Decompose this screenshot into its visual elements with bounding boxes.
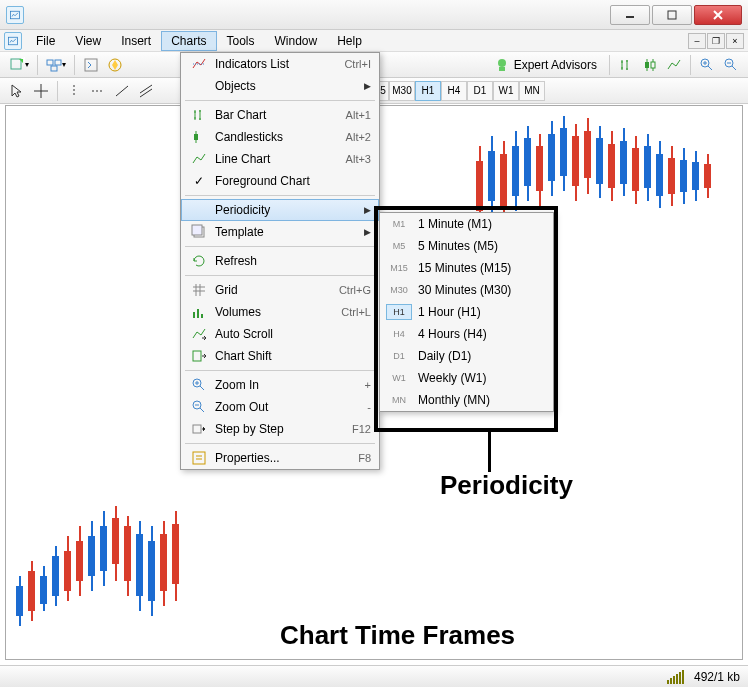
menu-item-grid[interactable]: GridCtrl+G: [181, 279, 379, 301]
navigator-button[interactable]: [104, 54, 126, 76]
candlestick: [692, 106, 699, 659]
timeframe-h1[interactable]: H1: [415, 81, 441, 101]
menu-item-volumes[interactable]: VolumesCtrl+L: [181, 301, 379, 323]
timeframe-badge: D1: [386, 348, 412, 364]
step-icon: [189, 421, 209, 437]
menu-item-label: Indicators List: [215, 57, 344, 71]
channel-button[interactable]: [135, 80, 157, 102]
menu-item-label: Zoom In: [215, 378, 365, 392]
menu-item-auto-scroll[interactable]: Auto Scroll: [181, 323, 379, 345]
crosshair-button[interactable]: [30, 80, 52, 102]
menu-tools[interactable]: Tools: [217, 31, 265, 51]
menu-item-bar-chart[interactable]: Bar ChartAlt+1: [181, 104, 379, 126]
menu-item-indicators-list[interactable]: Indicators ListCtrl+I: [181, 53, 379, 75]
close-button[interactable]: [694, 5, 742, 25]
expert-advisors-button[interactable]: Expert Advisors: [487, 54, 604, 76]
trendline-button[interactable]: [111, 80, 133, 102]
blank-icon: ✓: [189, 173, 209, 189]
hline-button[interactable]: [87, 80, 109, 102]
menu-file[interactable]: File: [26, 31, 65, 51]
timeframe-h4[interactable]: H4: [441, 81, 467, 101]
menu-charts[interactable]: Charts: [161, 31, 216, 51]
svg-rect-21: [197, 309, 199, 318]
profiles-button[interactable]: ▾: [43, 54, 69, 76]
candlestick: [608, 106, 615, 659]
timeframe-badge: W1: [386, 370, 412, 386]
periodicity-m30[interactable]: M3030 Minutes (M30): [380, 279, 553, 301]
zoom-out-button[interactable]: [720, 54, 742, 76]
blank-icon: [189, 78, 209, 94]
svg-rect-23: [193, 351, 201, 361]
menu-shortcut: F8: [358, 452, 371, 464]
mdi-minimize[interactable]: –: [688, 33, 706, 49]
candlestick: [596, 106, 603, 659]
menu-window[interactable]: Window: [265, 31, 328, 51]
menu-item-chart-shift[interactable]: Chart Shift: [181, 345, 379, 367]
menu-insert[interactable]: Insert: [111, 31, 161, 51]
timeframe-d1[interactable]: D1: [467, 81, 493, 101]
timeframe-label: 30 Minutes (M30): [418, 283, 511, 297]
timeframe-mn[interactable]: MN: [519, 81, 545, 101]
menu-item-label: Foreground Chart: [215, 174, 371, 188]
maximize-button[interactable]: [652, 5, 692, 25]
timeframe-badge: MN: [386, 392, 412, 408]
new-chart-button[interactable]: +▾: [6, 54, 32, 76]
periodicity-w1[interactable]: W1Weekly (W1): [380, 367, 553, 389]
menu-item-line-chart[interactable]: Line ChartAlt+3: [181, 148, 379, 170]
status-kb: 492/1 kb: [694, 670, 740, 684]
refresh-icon: [189, 253, 209, 269]
periodicity-m5[interactable]: M55 Minutes (M5): [380, 235, 553, 257]
menubar: FileViewInsertChartsToolsWindowHelp – ❐ …: [0, 30, 748, 52]
menu-item-candlesticks[interactable]: CandlesticksAlt+2: [181, 126, 379, 148]
zoomin-icon: [189, 377, 209, 393]
menu-item-zoom-out[interactable]: Zoom Out-: [181, 396, 379, 418]
menu-item-periodicity[interactable]: Periodicity▶: [181, 199, 379, 221]
vol-icon: [189, 304, 209, 320]
menu-item-label: Grid: [215, 283, 339, 297]
candlestick: [160, 106, 167, 659]
mdi-restore[interactable]: ❐: [707, 33, 725, 49]
menu-item-objects[interactable]: Objects▶: [181, 75, 379, 97]
timeframe-w1[interactable]: W1: [493, 81, 519, 101]
menu-shortcut: Alt+2: [346, 131, 371, 143]
menu-shortcut: Ctrl+L: [341, 306, 371, 318]
menu-item-template[interactable]: Template▶: [181, 221, 379, 243]
line-icon: [189, 151, 209, 167]
menu-item-foreground-chart[interactable]: ✓Foreground Chart: [181, 170, 379, 192]
candlestick: [620, 106, 627, 659]
periodicity-mn[interactable]: MNMonthly (MN): [380, 389, 553, 411]
periodicity-h1[interactable]: H11 Hour (H1): [380, 301, 553, 323]
menu-item-properties-[interactable]: Properties...F8: [181, 447, 379, 469]
menu-item-zoom-in[interactable]: Zoom In+: [181, 374, 379, 396]
timeframe-label: Weekly (W1): [418, 371, 486, 385]
cursor-button[interactable]: [6, 80, 28, 102]
periodicity-m15[interactable]: M1515 Minutes (M15): [380, 257, 553, 279]
menu-item-label: Volumes: [215, 305, 341, 319]
timeframe-m30[interactable]: M30: [389, 81, 415, 101]
candlestick: [124, 106, 131, 659]
menu-item-label: Candlesticks: [215, 130, 346, 144]
bar-chart-button[interactable]: [615, 54, 637, 76]
blank-icon: [189, 202, 209, 218]
periodicity-d1[interactable]: D1Daily (D1): [380, 345, 553, 367]
menu-item-refresh[interactable]: Refresh: [181, 250, 379, 272]
periodicity-h4[interactable]: H44 Hours (H4): [380, 323, 553, 345]
vline-button[interactable]: [63, 80, 85, 102]
menu-help[interactable]: Help: [327, 31, 372, 51]
line-chart-button[interactable]: [663, 54, 685, 76]
menu-shortcut: -: [367, 401, 371, 413]
svg-rect-8: [51, 66, 57, 71]
zoom-in-button[interactable]: [696, 54, 718, 76]
svg-rect-17: [194, 134, 198, 140]
connection-bars-icon: [667, 670, 684, 684]
menu-item-step-by-step[interactable]: Step by StepF12: [181, 418, 379, 440]
timeframe-label: 5 Minutes (M5): [418, 239, 498, 253]
minimize-button[interactable]: [610, 5, 650, 25]
candle-chart-button[interactable]: [639, 54, 661, 76]
statusbar: 492/1 kb: [0, 665, 748, 687]
periodicity-m1[interactable]: M11 Minute (M1): [380, 213, 553, 235]
market-watch-button[interactable]: [80, 54, 102, 76]
menu-view[interactable]: View: [65, 31, 111, 51]
mdi-close[interactable]: ×: [726, 33, 744, 49]
candlestick: [112, 106, 119, 659]
